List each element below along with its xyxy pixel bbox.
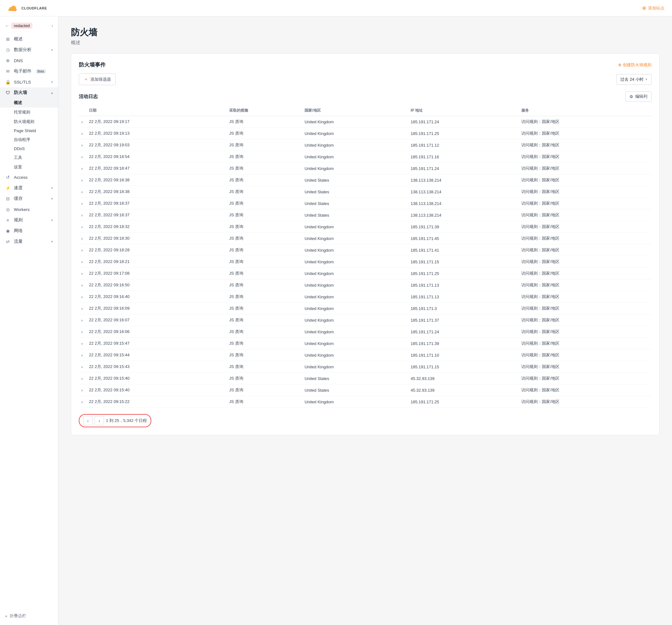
sidebar-item-speed[interactable]: ⚡ 速度 ▾ (0, 183, 58, 193)
table-row[interactable]: › 22 2月, 2022 09:15:44 JS 质询 United King… (79, 349, 651, 361)
row-expand-icon[interactable]: › (79, 303, 86, 315)
row-expand-icon[interactable]: › (79, 116, 86, 128)
row-country: United Kingdom (302, 116, 408, 128)
row-expand-icon[interactable]: › (79, 396, 86, 408)
row-expand-icon[interactable]: › (79, 268, 86, 279)
table-row[interactable]: › 22 2月, 2022 09:18:21 JS 质询 United King… (79, 256, 651, 268)
row-service: 访问规则：国家/地区 (519, 279, 651, 291)
row-country: United Kingdom (302, 338, 408, 349)
table-row[interactable]: › 22 2月, 2022 09:17:08 JS 质询 United King… (79, 268, 651, 279)
row-expand-icon[interactable]: › (79, 361, 86, 373)
sidebar-sub-fw-tools[interactable]: 工具 (0, 153, 58, 162)
row-expand-icon[interactable]: › (79, 186, 86, 198)
table-row[interactable]: › 22 2月, 2022 09:18:28 JS 质询 United King… (79, 245, 651, 256)
table-row[interactable]: › 22 2月, 2022 09:18:32 JS 质询 United King… (79, 221, 651, 233)
row-service: 访问规则：国家/地区 (519, 175, 651, 186)
add-site-button[interactable]: ⊕ 添加站点 (642, 5, 665, 11)
row-expand-icon[interactable]: › (79, 291, 86, 303)
sidebar-item-cache[interactable]: ⊟ 缓存 ▾ (0, 193, 58, 204)
table-row[interactable]: › 22 2月, 2022 09:15:40 JS 质询 United Stat… (79, 373, 651, 385)
row-ip: 138.113.138.214 (408, 186, 519, 198)
next-page-button[interactable]: › (95, 416, 104, 425)
row-expand-icon[interactable]: › (79, 373, 86, 385)
row-service: 访问规则：国家/地区 (519, 338, 651, 349)
sidebar-sub-fw-pageshield[interactable]: Page Shield (0, 126, 58, 135)
row-expand-icon[interactable]: › (79, 315, 86, 326)
row-expand-icon[interactable]: › (79, 175, 86, 186)
row-expand-icon[interactable]: › (79, 139, 86, 151)
table-row[interactable]: › 22 2月, 2022 09:18:54 JS 质询 United King… (79, 151, 651, 163)
row-expand-icon[interactable]: › (79, 221, 86, 233)
collapse-sidebar-button[interactable]: « 折叠边栏 (0, 610, 58, 621)
row-service: 访问规则：国家/地区 (519, 268, 651, 279)
row-expand-icon[interactable]: › (79, 163, 86, 175)
table-row[interactable]: › 22 2月, 2022 09:15:40 JS 质询 United Stat… (79, 385, 651, 396)
edit-columns-button[interactable]: ⚙ 编辑列 (625, 91, 651, 101)
table-row[interactable]: › 22 2月, 2022 09:19:03 JS 质询 United King… (79, 139, 651, 151)
sidebar-item-email[interactable]: ✉ 电子邮件 Beta (0, 66, 58, 77)
sidebar-sub-fw-ddos[interactable]: DDoS (0, 144, 58, 153)
row-expand-icon[interactable]: › (79, 198, 86, 209)
sidebar-item-analytics[interactable]: ◷ 数据分析 ▾ (0, 44, 58, 55)
row-expand-icon[interactable]: › (79, 385, 86, 396)
grid-icon: ⊞ (5, 36, 11, 42)
row-expand-icon[interactable]: › (79, 151, 86, 163)
table-row[interactable]: › 22 2月, 2022 09:18:47 JS 质询 United King… (79, 163, 651, 175)
table-row[interactable]: › 22 2月, 2022 09:18:38 JS 质询 United Stat… (79, 175, 651, 186)
add-filter-button[interactable]: ＋ 添加筛选器 (79, 73, 116, 85)
create-rule-link[interactable]: ⊕ 创建防火墙规则 (618, 62, 651, 68)
sidebar-item-overview[interactable]: ⊞ 概述 (0, 34, 58, 44)
table-row[interactable]: › 22 2月, 2022 09:16:07 JS 质询 United King… (79, 315, 651, 326)
plus-icon: ⊕ (642, 5, 646, 11)
table-row[interactable]: › 22 2月, 2022 09:18:37 JS 质询 United Stat… (79, 198, 651, 209)
expand-col-header (79, 105, 86, 116)
sidebar-item-ssl[interactable]: 🔒 SSL/TLS ▾ (0, 77, 58, 87)
pagination: ‹ › 1 到 25，5,342 个日程 (79, 414, 651, 427)
table-row[interactable]: › 22 2月, 2022 09:19:13 JS 质询 United King… (79, 128, 651, 139)
row-service: 访问规则：国家/地区 (519, 198, 651, 209)
row-country: United States (302, 209, 408, 221)
row-ip: 185.191.171.41 (408, 245, 519, 256)
sidebar-sub-fw-managed[interactable]: 托管规则 (0, 108, 58, 117)
row-expand-icon[interactable]: › (79, 326, 86, 338)
row-action: JS 质询 (226, 256, 302, 268)
table-row[interactable]: › 22 2月, 2022 09:16:40 JS 质询 United King… (79, 291, 651, 303)
time-range-select[interactable]: 过去 24 小时 ▾ (616, 74, 651, 85)
country-header: 国家/地区 (302, 105, 408, 116)
sidebar-back[interactable]: ← redacted › (0, 20, 58, 31)
row-expand-icon[interactable]: › (79, 245, 86, 256)
row-expand-icon[interactable]: › (79, 338, 86, 349)
table-row[interactable]: › 22 2月, 2022 09:15:43 JS 质询 United King… (79, 361, 651, 373)
table-row[interactable]: › 22 2月, 2022 09:18:38 JS 质询 United Stat… (79, 186, 651, 198)
table-row[interactable]: › 22 2月, 2022 09:15:22 JS 质询 United King… (79, 396, 651, 408)
sidebar-sub-fw-overview[interactable]: 概述 (0, 98, 58, 108)
sidebar-item-rules[interactable]: ≡ 规则 ▾ (0, 215, 58, 226)
sidebar-sub-fw-bots[interactable]: 自动程序 (0, 135, 58, 144)
table-row[interactable]: › 22 2月, 2022 09:15:47 JS 质询 United King… (79, 338, 651, 349)
table-row[interactable]: › 22 2月, 2022 09:18:30 JS 质询 United King… (79, 233, 651, 245)
row-expand-icon[interactable]: › (79, 256, 86, 268)
table-row[interactable]: › 22 2月, 2022 09:16:50 JS 质询 United King… (79, 279, 651, 291)
sidebar-item-firewall[interactable]: 🛡 防火墙 ▴ (0, 87, 58, 98)
sidebar-sub-fw-rules[interactable]: 防火墙规则 (0, 117, 58, 126)
sidebar-sub-fw-settings[interactable]: 设置 (0, 162, 58, 172)
row-action: JS 质询 (226, 163, 302, 175)
row-expand-icon[interactable]: › (79, 279, 86, 291)
table-row[interactable]: › 22 2月, 2022 09:16:06 JS 质询 United King… (79, 326, 651, 338)
table-row[interactable]: › 22 2月, 2022 09:18:37 JS 质询 United Stat… (79, 209, 651, 221)
row-country: United Kingdom (302, 279, 408, 291)
row-action: JS 质询 (226, 221, 302, 233)
sidebar-item-workers[interactable]: ◎ Workers (0, 204, 58, 215)
sidebar-item-traffic[interactable]: ⇄ 流量 ▾ (0, 236, 58, 247)
row-ip: 138.113.138.214 (408, 198, 519, 209)
sidebar-item-dns[interactable]: ⊕ DNS (0, 55, 58, 66)
sidebar-item-access[interactable]: ↺ Access (0, 172, 58, 183)
row-expand-icon[interactable]: › (79, 233, 86, 245)
prev-page-button[interactable]: ‹ (83, 416, 93, 425)
table-row[interactable]: › 22 2月, 2022 09:19:17 JS 质询 United King… (79, 116, 651, 128)
row-expand-icon[interactable]: › (79, 209, 86, 221)
row-expand-icon[interactable]: › (79, 128, 86, 139)
row-expand-icon[interactable]: › (79, 349, 86, 361)
table-row[interactable]: › 22 2月, 2022 09:16:09 JS 质询 United King… (79, 303, 651, 315)
sidebar-item-network[interactable]: ◉ 网络 (0, 226, 58, 236)
